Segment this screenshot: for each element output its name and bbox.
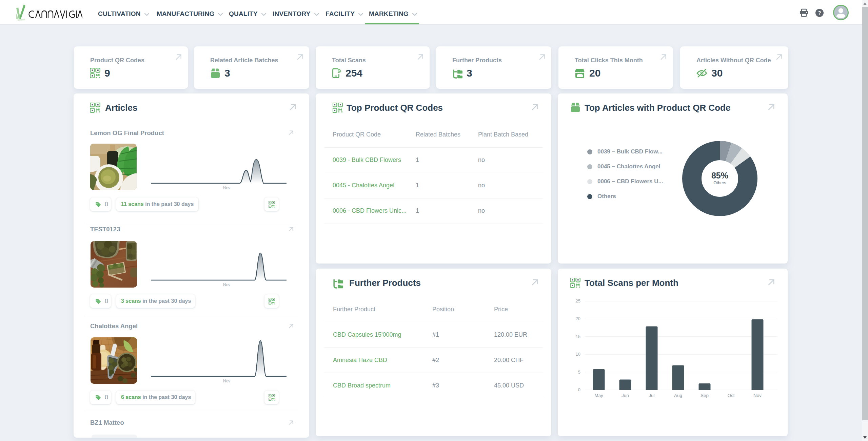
svg-text:15: 15 [576,334,580,339]
svg-text:Aug: Aug [674,393,682,398]
svg-text:Jun: Jun [622,393,629,398]
svg-text:May: May [594,393,603,398]
svg-text:Jul: Jul [649,393,654,398]
svg-text:5: 5 [578,370,580,375]
svg-text:20: 20 [576,316,580,321]
svg-text:0: 0 [578,387,580,392]
svg-text:25: 25 [576,298,580,303]
svg-text:Nov: Nov [753,393,762,398]
svg-text:85%: 85% [711,171,728,180]
svg-text:Others: Others [713,181,726,185]
svg-text:Nov: Nov [223,186,230,190]
svg-text:Nov: Nov [223,282,230,287]
svg-text:Oct: Oct [727,393,734,398]
svg-text:?: ? [818,10,821,16]
svg-text:Nov: Nov [223,379,230,383]
svg-text:Sep: Sep [701,393,709,398]
svg-text:10: 10 [576,352,580,357]
